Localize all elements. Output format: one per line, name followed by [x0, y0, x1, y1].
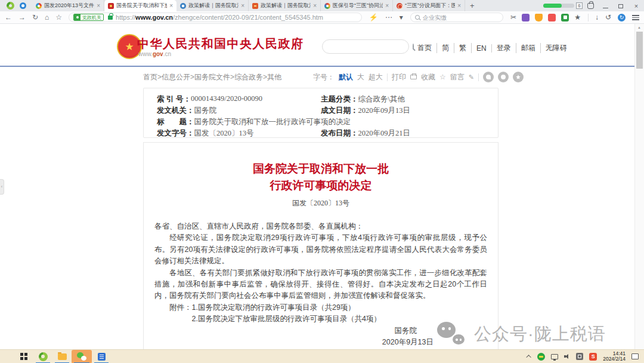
network-icon[interactable]: [551, 354, 558, 359]
start-button[interactable]: [14, 350, 33, 363]
domain-www: www.: [138, 51, 153, 57]
word-document-icon: [98, 353, 106, 361]
domain-cn: .cn: [163, 51, 171, 57]
url-field[interactable]: 党政机关 https://www.gov.cn/zhengce/content/…: [69, 13, 362, 22]
printer-icon[interactable]: [410, 75, 417, 79]
speed-indicator[interactable]: 6: [543, 4, 574, 8]
nav-link-mail[interactable]: 邮箱: [516, 43, 541, 53]
scrollbar[interactable]: ▲: [634, 24, 644, 349]
maximize-button[interactable]: [617, 2, 625, 10]
tab-close-icon[interactable]: ×: [169, 3, 173, 9]
browser-tab-6[interactable]: “三医”分设局面下：医疗、医 ×: [393, 0, 465, 11]
tab-favicon-red-icon: [252, 3, 258, 9]
browser-launcher-icon[interactable]: [20, 2, 26, 9]
sogou-input-icon[interactable]: S: [589, 353, 597, 361]
taskbar-file-explorer[interactable]: [52, 350, 72, 363]
attachment-line-1: 附件：1.国务院决定取消的行政许可事项目录（共29项）: [154, 302, 487, 313]
new-tab-button[interactable]: +: [470, 1, 475, 10]
undo-icon[interactable]: ↺: [605, 13, 611, 21]
share-weibo-icon[interactable]: [483, 72, 494, 82]
shopping-bag-icon[interactable]: [587, 3, 594, 9]
menu-icon[interactable]: [632, 15, 639, 20]
font-large-button[interactable]: 大: [357, 72, 364, 82]
header-divider: [0, 66, 634, 67]
bolt-icon[interactable]: ⚡: [369, 13, 378, 21]
scissors-extension-icon[interactable]: ✂: [510, 13, 516, 21]
print-button[interactable]: 打印: [392, 72, 406, 82]
breadcrumb-home[interactable]: 首页: [143, 73, 157, 81]
tab-close-icon[interactable]: ×: [241, 3, 244, 9]
url-text: https://www.gov.cn/zhengce/content/2020-…: [116, 14, 323, 21]
nav-link-en[interactable]: EN: [472, 44, 492, 53]
browser-search-box[interactable]: [410, 13, 503, 22]
nav-link-simplified[interactable]: 简: [437, 43, 454, 53]
comment-pencil-icon[interactable]: ✎: [469, 73, 474, 81]
tray-expand-icon[interactable]: [527, 355, 531, 359]
tray-360-safe-icon[interactable]: [537, 353, 545, 361]
plugin-star-icon[interactable]: ★: [574, 13, 581, 21]
taskbar-browser-360[interactable]: [33, 350, 52, 363]
taskbar-wechat[interactable]: [72, 350, 92, 363]
nav-link-accessibility[interactable]: 无障碍: [541, 43, 572, 53]
tab-favicon-blue-icon: [180, 3, 186, 9]
taskbar-word-processor[interactable]: [92, 350, 111, 363]
font-xlarge-button[interactable]: 超大: [369, 72, 383, 82]
purple-extension-icon[interactable]: [522, 14, 530, 21]
download-icon[interactable]: ↓: [595, 13, 599, 21]
sync-icon[interactable]: ↻: [618, 14, 626, 21]
nav-link-home[interactable]: 首页: [413, 43, 437, 53]
share-more-icon[interactable]: [513, 72, 524, 82]
favorite-star-icon[interactable]: ☆: [439, 73, 446, 81]
refresh-icon[interactable]: ↻: [32, 13, 38, 21]
tab-close-icon[interactable]: ×: [313, 3, 317, 9]
site-search-box[interactable]: [322, 39, 409, 54]
taskbar-clock[interactable]: 14:41 2024/2/14: [603, 351, 626, 362]
side-panel-toggle[interactable]: ‹: [0, 179, 4, 195]
browser-tab-3[interactable]: 政策解读｜国务院取消部分医 ×: [177, 0, 249, 11]
favorite-button[interactable]: 收藏: [421, 72, 435, 82]
browser-tab-2-active[interactable]: 国务院关于取消和下放一批行 ×: [104, 0, 177, 11]
green-extension-icon[interactable]: [561, 14, 569, 21]
nav-link-traditional[interactable]: 繁: [454, 43, 472, 53]
volume-icon[interactable]: [564, 353, 570, 359]
browser-tab-1[interactable]: 国发2020年13号文件_360搜 ×: [32, 0, 104, 11]
notification-center-icon[interactable]: [631, 353, 639, 359]
breadcrumb-docs[interactable]: 国务院文件: [194, 73, 230, 81]
chevron-down-icon[interactable]: ▾: [400, 13, 403, 21]
minimize-button[interactable]: [601, 2, 609, 10]
breadcrumb-category[interactable]: 综合政务: [234, 73, 263, 81]
back-icon[interactable]: ←: [5, 13, 12, 21]
browser-tab-4[interactable]: 政策解读｜国务院取消部分医 ×: [249, 0, 321, 11]
font-default-button[interactable]: 默认: [339, 72, 353, 82]
wechat-app-icon: [77, 352, 86, 361]
browser-logo-360-icon[interactable]: [7, 2, 14, 10]
close-button[interactable]: ×: [632, 2, 640, 10]
browser-360-icon: [39, 352, 48, 361]
tab-close-icon[interactable]: ×: [457, 3, 461, 9]
browser-tab-5[interactable]: 医保引导“三医”协同治理，有 ×: [321, 0, 393, 11]
nav-link-login[interactable]: 登录: [492, 43, 516, 53]
tab-close-icon[interactable]: ×: [97, 3, 100, 9]
minimize-icon: [603, 8, 608, 8]
share-wechat-icon[interactable]: [498, 72, 509, 82]
browser-search-input[interactable]: [423, 14, 494, 21]
breadcrumb-separator: >: [263, 73, 267, 81]
site-search-input[interactable]: [328, 43, 413, 50]
tab-close-icon[interactable]: ×: [385, 3, 389, 9]
clock-date: 2024/2/14: [603, 356, 626, 362]
input-method-icon[interactable]: [576, 353, 583, 360]
scrollbar-thumb[interactable]: [636, 32, 643, 69]
more-icon[interactable]: ⋯: [385, 13, 392, 21]
red-extension-icon[interactable]: [548, 14, 556, 21]
home-icon[interactable]: ⌂: [45, 13, 49, 21]
comment-button[interactable]: 留言: [450, 72, 465, 82]
shield-extension-icon[interactable]: [535, 14, 543, 21]
salutation: 各省、自治区、直辖市人民政府，国务院各部委、各直属机构：: [154, 221, 487, 232]
breadcrumb-other[interactable]: 其他: [267, 73, 281, 81]
forward-icon[interactable]: →: [18, 13, 26, 21]
scrollbar-up-icon[interactable]: ▲: [637, 26, 641, 29]
gov-site-badge[interactable]: 党政机关: [73, 14, 104, 21]
bookmark-star-icon[interactable]: ☆: [55, 13, 62, 21]
secure-lock-icon[interactable]: [108, 16, 113, 20]
breadcrumb-info[interactable]: 信息公开: [162, 73, 190, 81]
